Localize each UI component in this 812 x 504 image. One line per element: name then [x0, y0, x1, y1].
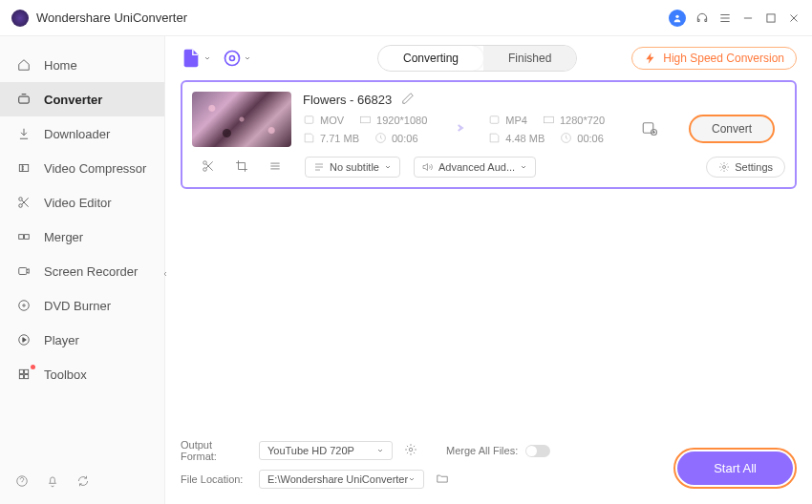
src-resolution: 1920*1080: [359, 114, 427, 126]
headset-icon[interactable]: [695, 11, 709, 25]
sidebar-item-player[interactable]: Player: [0, 323, 164, 357]
arrow-right-icon: [448, 118, 467, 140]
svg-rect-8: [19, 268, 27, 275]
sidebar-item-home[interactable]: Home: [0, 48, 164, 82]
app-logo: [11, 10, 29, 27]
scissors-icon: [15, 194, 32, 211]
svg-point-9: [19, 301, 30, 311]
bell-icon[interactable]: [46, 474, 59, 491]
sidebar-item-recorder[interactable]: Screen Recorder: [0, 254, 164, 288]
sidebar-item-label: Converter: [44, 93, 102, 107]
merger-icon: [15, 228, 32, 245]
lightning-icon: [644, 52, 657, 65]
more-icon[interactable]: [268, 159, 282, 176]
svg-point-30: [409, 448, 413, 452]
gear-icon: [718, 161, 730, 173]
add-url-button[interactable]: [223, 49, 251, 68]
sidebar-item-converter[interactable]: Converter: [0, 82, 164, 116]
sidebar-item-label: Merger: [44, 230, 83, 244]
chevron-down-icon: [384, 161, 392, 173]
settings-button[interactable]: Settings: [706, 157, 785, 178]
sidebar-item-label: Downloader: [44, 127, 110, 141]
user-avatar[interactable]: [669, 10, 686, 27]
sidebar-item-toolbox[interactable]: Toolbox: [0, 357, 164, 391]
src-size: 7.71 MB: [303, 132, 359, 144]
chevron-down-icon: [376, 447, 384, 454]
sidebar-item-merger[interactable]: Merger: [0, 220, 164, 254]
sync-icon[interactable]: [76, 474, 90, 491]
audio-icon: [422, 161, 434, 173]
subtitle-icon: [313, 161, 325, 173]
output-format-select[interactable]: YouTube HD 720P: [259, 441, 393, 460]
maximize-button[interactable]: [764, 11, 778, 25]
close-button[interactable]: [787, 11, 801, 25]
svg-rect-6: [19, 235, 24, 240]
download-icon: [15, 125, 32, 142]
dst-format: MP4: [488, 114, 527, 126]
start-all-button[interactable]: Start All: [677, 452, 793, 485]
open-folder-icon[interactable]: [436, 472, 449, 487]
svg-point-10: [23, 304, 25, 306]
add-file-button[interactable]: [181, 48, 211, 69]
svg-rect-2: [19, 96, 30, 103]
sidebar-item-compressor[interactable]: Video Compressor: [0, 151, 164, 185]
svg-rect-1: [767, 13, 775, 21]
svg-rect-22: [490, 116, 499, 124]
dst-resolution: 1280*720: [543, 114, 605, 126]
tab-finished[interactable]: Finished: [483, 46, 576, 71]
chevron-down-icon: [203, 54, 211, 62]
chevron-down-icon: [244, 54, 251, 62]
home-icon: [15, 56, 32, 74]
svg-point-17: [225, 52, 240, 66]
svg-point-18: [230, 56, 235, 61]
subtitle-select[interactable]: No subtitle: [305, 157, 400, 178]
svg-rect-14: [19, 375, 23, 379]
video-thumbnail[interactable]: [192, 92, 291, 147]
svg-point-5: [19, 204, 23, 208]
sidebar-item-dvd[interactable]: DVD Burner: [0, 288, 164, 323]
hamburger-icon[interactable]: [718, 11, 732, 25]
svg-rect-7: [25, 235, 30, 240]
help-icon[interactable]: [15, 474, 29, 491]
svg-rect-20: [361, 116, 371, 123]
sidebar-item-label: Home: [44, 58, 77, 73]
svg-point-0: [675, 14, 678, 17]
format-settings-icon[interactable]: [404, 443, 417, 458]
minimize-button[interactable]: [741, 11, 755, 25]
dst-size: 4.48 MB: [488, 132, 545, 144]
audio-select[interactable]: Advanced Aud...: [414, 157, 536, 178]
sidebar-item-label: Player: [44, 333, 79, 347]
sidebar-item-label: Toolbox: [44, 368, 87, 382]
sidebar-item-label: Video Compressor: [44, 161, 146, 176]
sidebar-item-downloader[interactable]: Downloader: [0, 116, 164, 151]
merge-label: Merge All Files:: [446, 445, 518, 456]
high-speed-conversion-button[interactable]: High Speed Conversion: [631, 47, 797, 70]
tab-converting[interactable]: Converting: [378, 46, 483, 71]
file-card: Flowers - 66823 MOV 1920*1080 7.71 MB: [181, 80, 797, 189]
svg-point-28: [203, 167, 207, 171]
collapse-sidebar-button[interactable]: [160, 265, 170, 283]
svg-rect-12: [19, 369, 23, 373]
start-all-wrapper: Start All: [673, 448, 797, 489]
svg-point-4: [19, 198, 23, 201]
sidebar-item-editor[interactable]: Video Editor: [0, 185, 164, 220]
convert-button[interactable]: Convert: [689, 115, 775, 143]
chevron-down-icon: [520, 161, 527, 173]
merge-toggle[interactable]: [525, 445, 550, 457]
svg-rect-13: [25, 369, 29, 373]
trim-icon[interactable]: [202, 159, 215, 176]
svg-rect-19: [305, 116, 313, 124]
converter-icon: [15, 91, 32, 108]
crop-icon[interactable]: [235, 159, 248, 176]
chevron-down-icon: [408, 475, 416, 483]
dst-duration: 00:06: [560, 132, 604, 144]
file-location-label: File Location:: [181, 473, 247, 485]
recorder-icon: [15, 262, 32, 280]
toolbox-icon: [15, 366, 32, 383]
src-duration: 00:06: [374, 132, 418, 144]
file-location-select[interactable]: E:\Wondershare UniConverter: [259, 470, 424, 489]
output-settings-icon[interactable]: [641, 119, 658, 139]
svg-point-27: [203, 160, 207, 164]
edit-name-icon[interactable]: [401, 92, 415, 108]
sidebar-item-label: DVD Burner: [44, 299, 111, 313]
